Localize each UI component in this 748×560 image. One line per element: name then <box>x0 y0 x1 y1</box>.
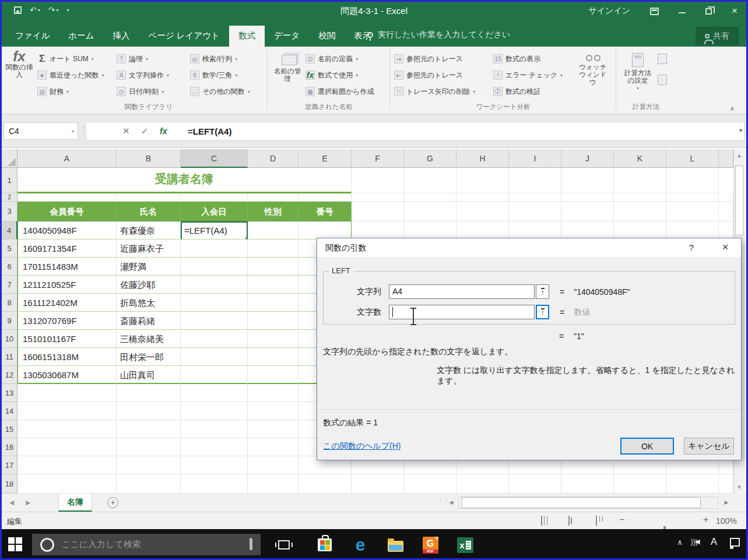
cell-D14[interactable] <box>248 402 299 420</box>
cell-F4[interactable] <box>352 221 404 240</box>
cell-C6[interactable] <box>181 258 248 276</box>
row-header-8[interactable]: 8 <box>2 294 17 312</box>
cell-C4[interactable]: =LEFT(A4) <box>181 221 248 240</box>
cell-F3[interactable] <box>352 202 404 221</box>
cell-J3[interactable] <box>561 202 614 221</box>
sheet-prev-icon[interactable]: ◀ <box>9 499 14 506</box>
collapse-ribbon-button[interactable]: ∧ <box>730 105 735 112</box>
cell-C2[interactable] <box>181 193 248 202</box>
cell-D17[interactable] <box>248 456 299 474</box>
cell-E4[interactable] <box>299 221 352 240</box>
enter-entry-button[interactable]: ✓ <box>141 126 149 136</box>
tab-page-layout[interactable]: ページ レイアウト <box>139 26 229 47</box>
cell-B5[interactable]: 近藤麻衣子 <box>117 240 181 258</box>
define-name-button[interactable]: ⊡名前の定義▾ <box>305 51 374 66</box>
vertical-scroll-thumb[interactable] <box>735 165 743 235</box>
cell-L2[interactable] <box>666 193 719 202</box>
row-header-5[interactable]: 5 <box>2 240 17 258</box>
tab-review[interactable]: 校閲 <box>309 26 345 47</box>
cell-C9[interactable] <box>181 312 248 330</box>
cell-B8[interactable]: 折島悠太 <box>117 294 181 312</box>
cell-B13[interactable] <box>117 384 181 402</box>
cell-C15[interactable] <box>181 420 248 438</box>
cell-C12[interactable] <box>181 366 248 384</box>
show-formulas-button[interactable]: 15数式の表示 <box>493 51 563 66</box>
zoom-level[interactable]: 100% <box>716 516 737 526</box>
cell-K4[interactable] <box>614 221 666 240</box>
restore-button[interactable] <box>705 8 712 15</box>
error-checking-button[interactable]: !エラー チェック▾ <box>493 68 563 83</box>
cell-H3[interactable] <box>456 202 509 221</box>
cancel-entry-button[interactable]: ✕ <box>122 126 130 136</box>
text-arg-input[interactable]: A4 <box>389 284 535 299</box>
row-header-3[interactable]: 3 <box>2 202 17 221</box>
col-header-K[interactable]: K <box>614 149 666 168</box>
col-header-C[interactable]: C <box>181 149 248 168</box>
cell-B4[interactable]: 有森優奈 <box>117 221 181 240</box>
trace-dependents-button[interactable]: ⇤参照先のトレース <box>394 68 475 83</box>
ok-button[interactable]: OK <box>620 438 674 455</box>
cell-I18[interactable] <box>509 474 561 494</box>
cell-A13[interactable] <box>17 384 117 402</box>
close-button[interactable]: × <box>732 7 738 15</box>
cell-B18[interactable] <box>117 474 181 494</box>
evaluate-formula-button[interactable]: ⓕ数式の検証 <box>493 84 563 99</box>
cell-G18[interactable] <box>404 474 456 494</box>
dialog-titlebar[interactable]: 関数の引数 <box>317 238 741 257</box>
cell-B7[interactable]: 佐藤沙耶 <box>117 276 181 294</box>
formula-input[interactable] <box>86 122 745 140</box>
cell-D2[interactable] <box>248 193 299 202</box>
row-header-17[interactable]: 17 <box>2 456 17 474</box>
zoom-in-button[interactable]: + <box>703 515 708 525</box>
cell-G3[interactable] <box>404 202 456 221</box>
cell-J18[interactable] <box>561 474 614 494</box>
cell-B17[interactable] <box>117 456 181 474</box>
scroll-up-icon[interactable]: ▲ <box>734 153 745 159</box>
cell-A2[interactable] <box>17 193 117 202</box>
normal-view-button[interactable] <box>541 516 542 526</box>
cell-C3[interactable]: 入会日 <box>181 202 248 221</box>
excel-taskbar-button[interactable]: x <box>454 537 477 553</box>
cell-A9[interactable]: 1312070769F <box>17 312 117 330</box>
cell-A8[interactable]: 1611121402M <box>17 294 117 312</box>
row-header-10[interactable]: 10 <box>2 330 17 348</box>
row-header-12[interactable]: 12 <box>2 366 17 384</box>
col-header-G[interactable]: G <box>404 149 456 168</box>
cell-I4[interactable] <box>509 221 561 240</box>
cell-B6[interactable]: 瀬野満 <box>117 258 181 276</box>
cell-H4[interactable] <box>456 221 509 240</box>
col-header-H[interactable]: H <box>456 149 509 168</box>
text-functions-button[interactable]: A文字列操作▾ <box>117 68 169 83</box>
cell-K1[interactable] <box>614 168 666 193</box>
row-header-1[interactable]: 1 <box>2 168 17 193</box>
sheet-tab-meibo[interactable]: 名簿 <box>58 494 92 512</box>
cell-L1[interactable] <box>666 168 719 193</box>
row-header-14[interactable]: 14 <box>2 402 17 420</box>
logical-button[interactable]: ?論理▾ <box>117 51 169 66</box>
name-box-dropdown-icon[interactable]: ▾ <box>72 129 74 134</box>
col-header-E[interactable]: E <box>299 149 352 168</box>
cell-D15[interactable] <box>248 420 299 438</box>
cell-A16[interactable] <box>17 438 117 456</box>
cell-D8[interactable] <box>248 294 299 312</box>
name-box[interactable]: C4 ▾ <box>3 122 78 140</box>
cell-E2[interactable] <box>299 193 352 202</box>
calculate-now-button[interactable] <box>658 54 667 64</box>
cell-K18[interactable] <box>614 474 666 494</box>
col-header-J[interactable]: J <box>561 149 614 168</box>
cell-D10[interactable] <box>248 330 299 348</box>
cell-C17[interactable] <box>181 456 248 474</box>
tab-formulas[interactable]: 数式 <box>229 26 265 47</box>
insert-function-fx-button[interactable]: fx <box>160 126 167 136</box>
cell-C13[interactable] <box>181 384 248 402</box>
col-header-A[interactable]: A <box>17 149 117 168</box>
tab-home[interactable]: ホーム <box>59 26 103 47</box>
cell-D6[interactable] <box>248 258 299 276</box>
datetime-button[interactable]: ◷日付/時刻▾ <box>117 84 169 99</box>
file-explorer-button[interactable] <box>384 537 407 553</box>
cell-H2[interactable] <box>456 193 509 202</box>
cell-H18[interactable] <box>456 474 509 494</box>
cell-I3[interactable] <box>509 202 561 221</box>
cell-D4[interactable] <box>248 221 299 240</box>
sheet-next-icon[interactable]: ▶ <box>26 499 30 506</box>
